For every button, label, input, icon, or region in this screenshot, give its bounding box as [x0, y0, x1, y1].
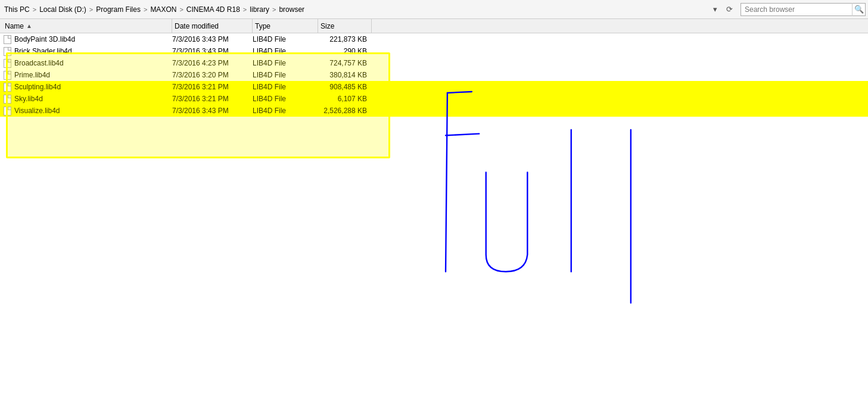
file-name: Prime.lib4d — [2, 70, 172, 80]
refresh-button[interactable]: ⟳ — [723, 3, 736, 16]
file-icon — [2, 82, 12, 92]
col-header-name[interactable]: Name ▲ — [2, 19, 172, 33]
file-name: Broadcast.lib4d — [2, 58, 172, 68]
table-row[interactable]: Prime.lib4d7/3/2016 3:20 PMLIB4D File380… — [0, 69, 868, 81]
file-size: 2,526,288 KB — [318, 107, 372, 115]
file-date: 7/3/2016 3:43 PM — [172, 107, 253, 115]
search-input[interactable] — [741, 4, 852, 15]
table-row[interactable]: Broadcast.lib4d7/3/2016 4:23 PMLIB4D Fil… — [0, 57, 868, 69]
column-headers: Name ▲ Date modified Type Size — [0, 19, 868, 33]
file-name: BodyPaint 3D.lib4d — [2, 35, 172, 44]
sort-arrow-name: ▲ — [26, 23, 32, 29]
breadcrumb-separator-5: > — [272, 6, 276, 13]
file-icon — [2, 106, 12, 115]
file-name: Brick Shader.lib4d — [2, 46, 172, 56]
file-size: 6,107 KB — [318, 95, 372, 103]
file-type: LIB4D File — [253, 47, 318, 55]
file-list-area: Name ▲ Date modified Type Size BodyPaint… — [0, 19, 868, 409]
breadcrumb-item-4[interactable]: CINEMA 4D R18 — [185, 4, 242, 15]
file-date: 7/3/2016 3:43 PM — [172, 47, 253, 55]
file-name: Sky.lib4d — [2, 94, 172, 104]
file-type: LIB4D File — [253, 107, 318, 115]
breadcrumb-item-1[interactable]: Local Disk (D:) — [38, 4, 88, 15]
breadcrumb-separator-0: > — [33, 6, 36, 13]
dropdown-nav-button[interactable]: ▾ — [708, 3, 721, 16]
table-row[interactable]: BodyPaint 3D.lib4d7/3/2016 3:43 PMLIB4D … — [0, 33, 868, 45]
breadcrumb-item-5[interactable]: library — [248, 4, 271, 15]
file-icon — [2, 94, 12, 104]
search-box: 🔍 — [741, 3, 866, 16]
file-size: 908,485 KB — [318, 83, 372, 91]
file-icon — [2, 58, 12, 68]
file-date: 7/3/2016 3:20 PM — [172, 71, 253, 79]
breadcrumb-item-0[interactable]: This PC — [2, 4, 32, 15]
file-type: LIB4D File — [253, 59, 318, 67]
breadcrumb-separator-1: > — [89, 6, 93, 13]
address-bar: This PC > Local Disk (D:) > Program File… — [0, 0, 868, 19]
file-icon — [2, 35, 12, 44]
breadcrumb-separator-2: > — [144, 6, 147, 13]
table-row[interactable]: Sculpting.lib4d7/3/2016 3:21 PMLIB4D Fil… — [0, 81, 868, 93]
table-row[interactable]: Sky.lib4d7/3/2016 3:21 PMLIB4D File6,107… — [0, 93, 868, 105]
search-button[interactable]: 🔍 — [852, 3, 865, 16]
file-date: 7/3/2016 3:21 PM — [172, 83, 253, 91]
file-date: 7/3/2016 3:21 PM — [172, 95, 253, 103]
col-header-type[interactable]: Type — [253, 19, 318, 33]
file-icon — [2, 70, 12, 80]
file-name: Sculpting.lib4d — [2, 82, 172, 92]
file-type: LIB4D File — [253, 95, 318, 103]
file-icon — [2, 46, 12, 56]
breadcrumb-separator-4: > — [243, 6, 247, 13]
breadcrumb-item-6[interactable]: browser — [277, 4, 306, 15]
table-row[interactable]: Visualize.lib4d7/3/2016 3:43 PMLIB4D Fil… — [0, 105, 868, 117]
file-name: Visualize.lib4d — [2, 106, 172, 115]
breadcrumb-item-2[interactable]: Program Files — [94, 4, 142, 15]
file-size: 724,757 KB — [318, 59, 372, 67]
table-row[interactable]: Brick Shader.lib4d7/3/2016 3:43 PMLIB4D … — [0, 45, 868, 57]
file-size: 290 KB — [318, 47, 372, 55]
file-size: 380,814 KB — [318, 71, 372, 79]
col-header-date[interactable]: Date modified — [172, 19, 253, 33]
file-type: LIB4D File — [253, 71, 318, 79]
file-date: 7/3/2016 3:43 PM — [172, 35, 253, 43]
col-header-size[interactable]: Size — [318, 19, 372, 33]
file-type: LIB4D File — [253, 35, 318, 43]
file-date: 7/3/2016 4:23 PM — [172, 59, 253, 67]
file-size: 221,873 KB — [318, 35, 372, 43]
nav-controls: ▾ ⟳ — [708, 3, 736, 16]
file-type: LIB4D File — [253, 83, 318, 91]
file-rows: BodyPaint 3D.lib4d7/3/2016 3:43 PMLIB4D … — [0, 33, 868, 409]
breadcrumb-separator-3: > — [179, 6, 183, 13]
breadcrumb: This PC > Local Disk (D:) > Program File… — [2, 0, 706, 18]
breadcrumb-item-3[interactable]: MAXON — [148, 4, 178, 15]
